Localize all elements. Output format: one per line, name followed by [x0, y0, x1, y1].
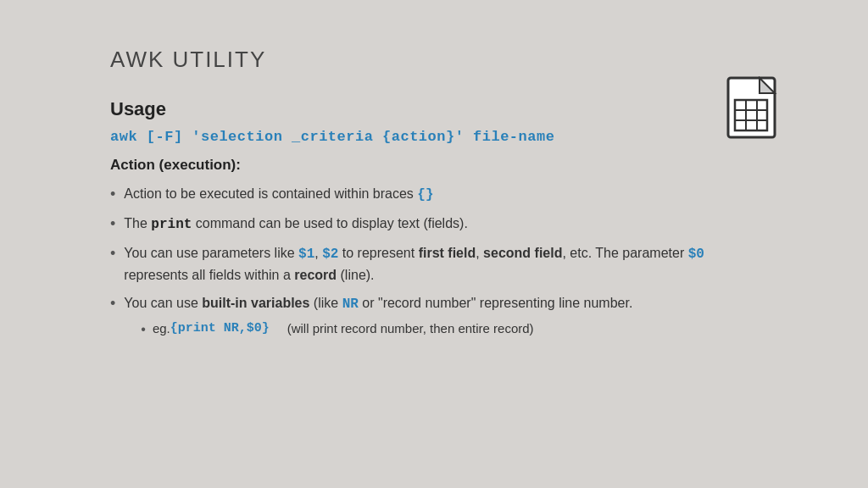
nr-code: NR — [342, 297, 359, 312]
bullet-text-1: Action to be executed is contained withi… — [124, 184, 766, 205]
first-field-label: first field — [419, 246, 476, 260]
bullet-text-3: You can use parameters like $1, $2 to re… — [124, 243, 766, 284]
bullet-item-3: You can use parameters like $1, $2 to re… — [110, 243, 766, 284]
bullet-list: Action to be executed is contained withi… — [110, 184, 766, 339]
second-field-label: second field — [483, 246, 562, 260]
param-0-code: $0 — [688, 247, 704, 262]
usage-heading: Usage — [110, 98, 766, 120]
page-title: AWK UTILITY — [110, 47, 766, 73]
file-spreadsheet-icon — [724, 76, 792, 152]
sub-bullet-1: eg. {print NR,$0} (will print record num… — [141, 319, 766, 339]
record-label: record — [294, 268, 337, 282]
file-icon-container — [724, 76, 800, 152]
builtin-vars-label: built-in variables — [202, 296, 309, 310]
bullet-text-4: You can use built-in variables (like NR … — [124, 293, 766, 339]
awk-code-line: awk [-F] 'selection _criteria {action}' … — [110, 129, 766, 145]
bullet-text-2: The print command can be used to display… — [124, 214, 766, 235]
action-heading: Action (execution): — [110, 157, 766, 174]
print-code: print — [151, 217, 192, 232]
param-2-code: $2 — [322, 247, 338, 262]
print-nr-code: {print NR,$0} — [170, 319, 270, 338]
bullet-item-1: Action to be executed is contained withi… — [110, 184, 766, 205]
main-content: AWK UTILITY Usage awk [-F] 'selection _c… — [0, 0, 868, 488]
param-1-code: $1 — [298, 247, 314, 262]
bullet-item-2: The print command can be used to display… — [110, 214, 766, 235]
bullet-item-4: You can use built-in variables (like NR … — [110, 293, 766, 339]
braces-code: {} — [417, 187, 433, 202]
